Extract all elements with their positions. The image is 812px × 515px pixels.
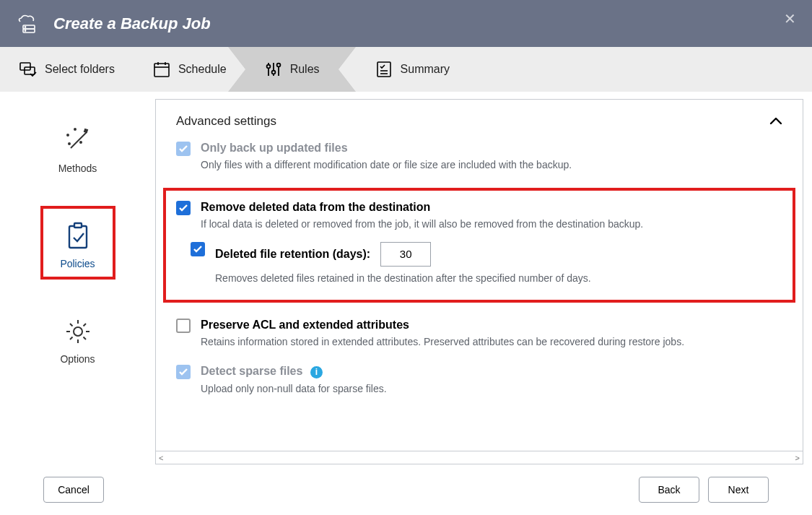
calendar-icon <box>152 60 171 79</box>
svg-point-2 <box>25 26 25 27</box>
svg-rect-16 <box>377 62 390 77</box>
rules-sidebar: Methods Policies Options <box>0 92 155 464</box>
svg-point-13 <box>271 71 275 74</box>
step-bar: Select folders Schedule Rules <box>0 47 812 92</box>
horizontal-scrollbar[interactable]: < > <box>155 451 803 464</box>
sliders-icon <box>264 60 283 79</box>
step-label: Schedule <box>178 63 227 76</box>
step-summary[interactable]: Summary <box>356 47 468 92</box>
chevron-up-icon[interactable] <box>769 115 782 128</box>
backup-icon <box>17 12 40 35</box>
setting-detect-sparse: Detect sparse files i Upload only non-nu… <box>176 365 782 396</box>
svg-rect-24 <box>69 226 87 248</box>
next-button[interactable]: Next <box>708 477 769 503</box>
checkbox-preserve-acl[interactable] <box>176 319 191 333</box>
svg-point-15 <box>276 64 280 67</box>
setting-desc: Upload only non-null data for sparse fil… <box>201 381 782 396</box>
svg-point-11 <box>266 65 270 69</box>
retention-label: Deleted file retention (days): <box>215 248 370 261</box>
setting-title: Remove deleted data from the destination <box>201 201 782 214</box>
svg-line-19 <box>71 132 87 148</box>
svg-point-22 <box>69 143 70 144</box>
wizard-header: Create a Backup Job ✕ <box>0 0 812 47</box>
wizard-footer: Cancel Back Next <box>0 464 812 515</box>
svg-rect-25 <box>74 223 82 228</box>
svg-point-3 <box>25 30 25 30</box>
svg-rect-4 <box>20 63 30 70</box>
gear-icon <box>62 316 94 347</box>
svg-point-21 <box>74 129 76 130</box>
svg-point-26 <box>74 327 82 336</box>
summary-icon <box>375 60 393 79</box>
detect-sparse-text: Detect sparse files <box>201 365 302 377</box>
setting-title: Detect sparse files i <box>201 365 782 378</box>
setting-desc: Retains information stored in extended a… <box>201 334 782 349</box>
svg-point-23 <box>80 142 82 143</box>
wizard-title: Create a Backup Job <box>53 14 211 33</box>
setting-preserve-acl: Preserve ACL and extended attributes Ret… <box>176 319 782 349</box>
sidebar-item-methods[interactable]: Methods <box>40 113 115 181</box>
step-label: Summary <box>401 63 450 76</box>
setting-title: Only back up updated files <box>201 142 782 155</box>
svg-point-20 <box>67 134 69 136</box>
checkbox-only-backup-updated <box>176 142 191 156</box>
scroll-right-icon[interactable]: > <box>795 454 800 462</box>
content-scroll[interactable]: Advanced settings Only back up updated f… <box>155 99 803 451</box>
section-title-text: Advanced settings <box>176 114 276 129</box>
setting-remove-deleted: Remove deleted data from the destination… <box>176 201 782 231</box>
setting-retention: Deleted file retention (days): Removes d… <box>191 242 782 285</box>
setting-title: Preserve ACL and extended attributes <box>201 319 782 332</box>
highlight-remove-deleted: Remove deleted data from the destination… <box>163 188 795 303</box>
checkbox-retention[interactable] <box>191 242 205 256</box>
sidebar-label: Options <box>60 353 95 365</box>
step-select-folders[interactable]: Select folders <box>0 47 134 92</box>
clipboard-check-icon <box>62 220 94 252</box>
step-label: Select folders <box>45 63 115 76</box>
step-label: Rules <box>290 63 320 76</box>
close-icon[interactable]: ✕ <box>784 10 796 27</box>
sidebar-item-policies[interactable]: Policies <box>40 206 115 280</box>
svg-rect-5 <box>25 67 35 74</box>
sidebar-label: Policies <box>60 258 95 269</box>
sidebar-item-options[interactable]: Options <box>40 304 115 372</box>
setting-desc: Removes deleted files retained in the de… <box>215 271 782 285</box>
setting-desc: Only files with a different modification… <box>201 157 782 172</box>
checkbox-remove-deleted[interactable] <box>176 201 191 215</box>
cancel-button[interactable]: Cancel <box>43 477 104 503</box>
content-wrap: Advanced settings Only back up updated f… <box>155 92 812 464</box>
scroll-left-icon[interactable]: < <box>159 454 163 462</box>
sidebar-label: Methods <box>58 163 97 174</box>
wand-icon <box>62 125 94 157</box>
setting-desc: If local data is deleted or removed from… <box>201 217 782 231</box>
retention-input[interactable] <box>380 242 431 267</box>
checkbox-detect-sparse <box>176 365 191 379</box>
info-icon[interactable]: i <box>310 366 323 378</box>
back-button[interactable]: Back <box>639 477 699 503</box>
svg-rect-6 <box>154 64 169 77</box>
wizard-body: Methods Policies Options <box>0 92 812 464</box>
setting-only-backup-updated: Only back up updated files Only files wi… <box>176 142 782 172</box>
section-header[interactable]: Advanced settings <box>176 114 782 129</box>
folders-icon <box>19 60 38 79</box>
step-rules[interactable]: Rules <box>245 47 339 92</box>
